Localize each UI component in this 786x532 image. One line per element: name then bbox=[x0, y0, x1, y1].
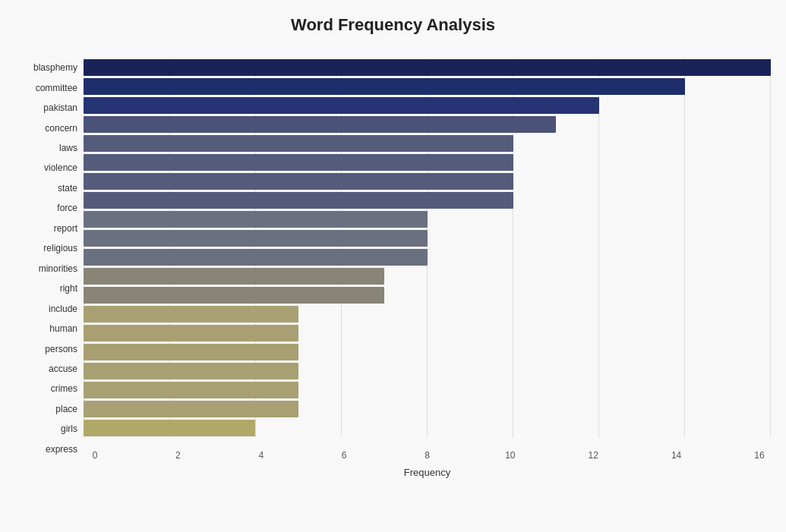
y-label-report: report bbox=[15, 219, 77, 238]
y-label-concern: concern bbox=[15, 118, 77, 137]
bar-pakistan bbox=[84, 97, 599, 114]
bar-row-committee bbox=[84, 77, 771, 96]
bar-crimes bbox=[84, 363, 298, 379]
bar-row-pakistan bbox=[84, 96, 771, 115]
y-label-girls: girls bbox=[15, 419, 77, 439]
x-tick-14: 14 bbox=[665, 450, 688, 461]
bar-force bbox=[84, 192, 513, 209]
bar-row-human bbox=[84, 305, 771, 324]
bar-violence bbox=[84, 154, 513, 171]
bar-laws bbox=[84, 135, 513, 152]
y-label-accuse: accuse bbox=[15, 359, 77, 379]
bars-section: 0246810121416 Frequency bbox=[84, 49, 771, 482]
y-label-place: place bbox=[15, 399, 77, 419]
bar-row-persons bbox=[84, 324, 771, 343]
bar-human bbox=[84, 306, 298, 323]
y-label-religious: religious bbox=[15, 238, 77, 258]
bar-report bbox=[84, 211, 428, 228]
bar-row-express bbox=[84, 419, 771, 438]
bar-accuse bbox=[84, 344, 298, 360]
x-axis-label: Frequency bbox=[84, 461, 771, 482]
y-label-violence: violence bbox=[15, 158, 77, 178]
x-tick-2: 2 bbox=[166, 450, 189, 461]
chart-area: blasphemycommitteepakistanconcernlawsvio… bbox=[15, 49, 771, 482]
bar-blasphemy bbox=[84, 59, 771, 76]
bar-girls bbox=[84, 401, 298, 417]
x-axis: 0246810121416 bbox=[84, 438, 771, 461]
bar-row-place bbox=[84, 381, 771, 400]
bar-state bbox=[84, 173, 513, 190]
bar-row-accuse bbox=[84, 343, 771, 362]
bar-row-right bbox=[84, 267, 771, 286]
x-tick-12: 12 bbox=[582, 450, 604, 461]
x-tick-16: 16 bbox=[748, 450, 771, 461]
bar-include bbox=[84, 287, 384, 304]
bar-row-state bbox=[84, 172, 771, 190]
y-label-persons: persons bbox=[15, 338, 77, 358]
bar-row-crimes bbox=[84, 362, 771, 381]
bar-row-report bbox=[84, 209, 771, 228]
y-label-blasphemy: blasphemy bbox=[15, 58, 77, 77]
bar-religious bbox=[84, 230, 428, 247]
bar-right bbox=[84, 268, 384, 285]
bar-row-minorities bbox=[84, 247, 771, 266]
bar-row-force bbox=[84, 190, 771, 209]
bar-persons bbox=[84, 325, 298, 342]
bar-row-violence bbox=[84, 153, 771, 172]
y-labels: blasphemycommitteepakistanconcernlawsvio… bbox=[15, 49, 84, 482]
bar-committee bbox=[84, 78, 685, 95]
y-label-human: human bbox=[15, 319, 77, 338]
x-tick-6: 6 bbox=[333, 450, 355, 461]
chart-container: Word Frequency Analysis blasphemycommitt… bbox=[0, 0, 786, 532]
y-label-laws: laws bbox=[15, 138, 77, 158]
bar-row-girls bbox=[84, 400, 771, 419]
bar-concern bbox=[84, 116, 556, 133]
bar-place bbox=[84, 382, 298, 398]
x-tick-10: 10 bbox=[499, 450, 522, 461]
bar-row-religious bbox=[84, 228, 771, 247]
y-label-crimes: crimes bbox=[15, 379, 77, 398]
bar-minorities bbox=[84, 249, 428, 266]
y-label-force: force bbox=[15, 198, 77, 218]
bar-row-include bbox=[84, 286, 771, 305]
y-label-express: express bbox=[15, 439, 77, 459]
bar-row-laws bbox=[84, 134, 771, 153]
y-label-committee: committee bbox=[15, 77, 77, 97]
y-label-include: include bbox=[15, 298, 77, 318]
chart-title: Word Frequency Analysis bbox=[15, 15, 771, 35]
y-label-state: state bbox=[15, 178, 77, 198]
x-tick-4: 4 bbox=[250, 450, 273, 461]
bar-row-concern bbox=[84, 115, 771, 134]
grid-and-bars: 0246810121416 bbox=[84, 49, 771, 461]
bars-wrapper bbox=[84, 58, 771, 438]
x-tick-0: 0 bbox=[84, 450, 106, 461]
bar-express bbox=[84, 420, 255, 436]
y-label-pakistan: pakistan bbox=[15, 98, 77, 118]
y-label-minorities: minorities bbox=[15, 259, 77, 279]
x-tick-8: 8 bbox=[416, 450, 439, 461]
y-label-right: right bbox=[15, 279, 77, 298]
bar-row-blasphemy bbox=[84, 58, 771, 77]
